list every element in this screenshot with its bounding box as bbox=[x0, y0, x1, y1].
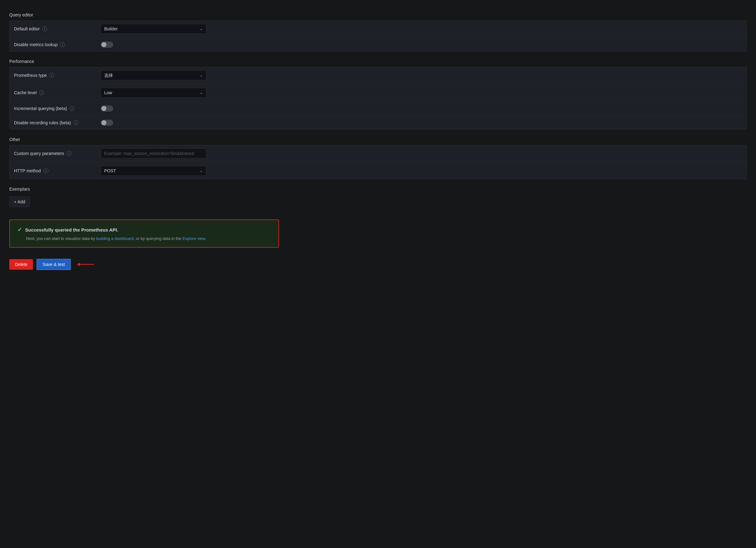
success-body-suffix: . bbox=[205, 236, 206, 241]
http-method-control: POST GET bbox=[101, 166, 206, 176]
disable-recording-row: Disable recording rules (beta) i bbox=[9, 116, 747, 130]
disable-metrics-row: Disable metrics lookup i bbox=[9, 38, 747, 51]
cache-level-label: Cache level i bbox=[14, 90, 101, 95]
explore-view-link[interactable]: Explore view bbox=[182, 236, 205, 241]
disable-recording-control bbox=[101, 120, 206, 126]
cache-level-control: Low Medium High None bbox=[101, 88, 206, 98]
incremental-querying-row: Incremental querying (beta) i bbox=[9, 102, 747, 115]
exemplars-section: Exemplars + Add bbox=[9, 187, 747, 207]
arrow-indicator bbox=[77, 261, 96, 268]
disable-recording-label: Disable recording rules (beta) i bbox=[14, 120, 101, 125]
incremental-querying-control bbox=[101, 105, 206, 112]
performance-section: Performance Prometheus type i 选择 Prometh… bbox=[9, 59, 747, 130]
disable-metrics-toggle[interactable] bbox=[101, 42, 113, 48]
query-editor-title: Query editor bbox=[9, 12, 747, 17]
default-editor-info-icon[interactable]: i bbox=[42, 26, 47, 31]
http-method-label: HTTP method i bbox=[14, 168, 101, 173]
http-method-row: HTTP method i POST GET bbox=[9, 163, 747, 179]
footer-buttons: Delete Save & test bbox=[9, 259, 747, 276]
cache-level-row: Cache level i Low Medium High None bbox=[9, 84, 747, 101]
custom-query-params-control bbox=[101, 149, 206, 158]
prometheus-type-label: Prometheus type i bbox=[14, 73, 101, 78]
incremental-querying-toggle[interactable] bbox=[101, 105, 113, 112]
success-body-middle: , or by querying data in the bbox=[134, 236, 183, 241]
success-notification: ✓ Successfully queried the Prometheus AP… bbox=[9, 220, 279, 248]
http-method-select[interactable]: POST GET bbox=[101, 166, 206, 176]
cache-level-select-wrapper: Low Medium High None bbox=[101, 88, 206, 98]
disable-metrics-label: Disable metrics lookup i bbox=[14, 42, 101, 47]
http-method-info-icon[interactable]: i bbox=[43, 168, 48, 173]
prometheus-type-select-wrapper: 选择 Prometheus Cortex Thanos Mimir bbox=[101, 70, 206, 80]
prometheus-type-info-icon[interactable]: i bbox=[49, 73, 54, 78]
add-exemplar-button[interactable]: + Add bbox=[9, 197, 30, 207]
incremental-querying-info-icon[interactable]: i bbox=[69, 106, 74, 111]
disable-metrics-info-icon[interactable]: i bbox=[60, 42, 65, 47]
custom-query-params-input[interactable] bbox=[101, 149, 206, 158]
svg-marker-1 bbox=[77, 263, 80, 266]
prometheus-type-control: 选择 Prometheus Cortex Thanos Mimir bbox=[101, 70, 206, 80]
disable-metrics-control bbox=[101, 42, 206, 48]
building-dashboard-link[interactable]: building a dashboard bbox=[96, 236, 134, 241]
custom-query-params-label: Custom query parameters i bbox=[14, 151, 101, 156]
success-title: Successfully queried the Prometheus API. bbox=[25, 227, 118, 233]
prometheus-type-row: Prometheus type i 选择 Prometheus Cortex T… bbox=[9, 67, 747, 84]
custom-query-params-row: Custom query parameters i bbox=[9, 145, 747, 162]
other-section: Other Custom query parameters i HTTP met… bbox=[9, 137, 747, 179]
save-test-button[interactable]: Save & test bbox=[37, 259, 71, 270]
arrow-svg bbox=[77, 261, 96, 268]
default-editor-control: Builder Code bbox=[101, 24, 206, 34]
prometheus-type-select[interactable]: 选择 Prometheus Cortex Thanos Mimir bbox=[101, 70, 206, 80]
incremental-querying-label: Incremental querying (beta) i bbox=[14, 106, 101, 111]
default-editor-label: Default editor i bbox=[14, 26, 101, 31]
success-body-prefix: Next, you can start to visualize data by bbox=[26, 236, 96, 241]
delete-button[interactable]: Delete bbox=[9, 259, 33, 270]
custom-query-params-info-icon[interactable]: i bbox=[67, 151, 72, 156]
disable-recording-toggle[interactable] bbox=[101, 120, 113, 126]
default-editor-select[interactable]: Builder Code bbox=[101, 24, 206, 34]
performance-title: Performance bbox=[9, 59, 747, 64]
http-method-select-wrapper: POST GET bbox=[101, 166, 206, 176]
query-editor-section: Query editor Default editor i Builder Co… bbox=[9, 12, 747, 51]
exemplars-title: Exemplars bbox=[9, 187, 747, 192]
default-editor-select-wrapper: Builder Code bbox=[101, 24, 206, 34]
disable-recording-info-icon[interactable]: i bbox=[73, 120, 78, 125]
cache-level-select[interactable]: Low Medium High None bbox=[101, 88, 206, 98]
other-title: Other bbox=[9, 137, 747, 142]
cache-level-info-icon[interactable]: i bbox=[39, 90, 44, 95]
check-icon: ✓ bbox=[17, 226, 22, 233]
default-editor-row: Default editor i Builder Code bbox=[9, 20, 747, 37]
success-header: ✓ Successfully queried the Prometheus AP… bbox=[17, 226, 271, 233]
success-body: Next, you can start to visualize data by… bbox=[26, 236, 271, 241]
